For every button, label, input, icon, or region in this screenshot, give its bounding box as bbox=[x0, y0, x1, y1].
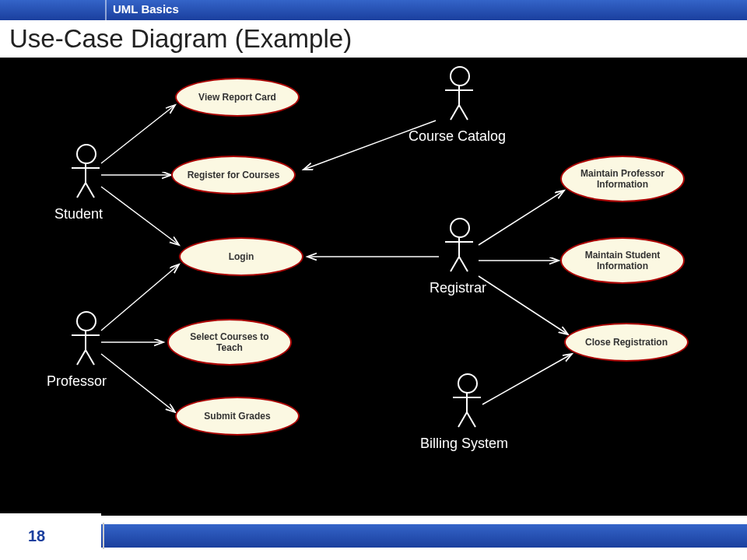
svg-line-11 bbox=[482, 354, 572, 404]
footer-topline bbox=[0, 513, 747, 516]
use-case-diagram: Student Professor Course Catalog Registr… bbox=[0, 62, 747, 513]
svg-line-0 bbox=[101, 105, 175, 163]
actor-registrar-label: Registrar bbox=[430, 280, 486, 296]
header-divider bbox=[105, 0, 107, 20]
svg-line-5 bbox=[101, 354, 175, 412]
actor-billing-system-label: Billing System bbox=[420, 436, 508, 452]
footer-divider bbox=[103, 523, 104, 549]
page-number: 18 bbox=[28, 527, 45, 545]
usecase-view-report-card: View Report Card bbox=[175, 78, 300, 117]
header-bar: UML Basics bbox=[0, 0, 747, 20]
actor-billing-system bbox=[451, 373, 482, 436]
page-title: Use-Case Diagram (Example) bbox=[9, 24, 352, 54]
usecase-close-registration: Close Registration bbox=[564, 323, 689, 362]
usecase-register-for-courses: Register for Courses bbox=[171, 156, 296, 194]
association-arrows bbox=[0, 62, 747, 513]
actor-student-label: Student bbox=[54, 206, 103, 222]
actor-professor bbox=[70, 311, 101, 373]
usecase-select-courses-to-teach: Select Courses to Teach bbox=[167, 319, 292, 366]
actor-professor-label: Professor bbox=[47, 373, 107, 390]
svg-line-10 bbox=[479, 276, 568, 334]
usecase-login: Login bbox=[179, 237, 303, 276]
footer: 18 bbox=[0, 513, 747, 560]
svg-line-8 bbox=[479, 191, 564, 245]
footer-blue-strip bbox=[0, 524, 747, 548]
footer-left-box bbox=[0, 513, 101, 558]
section-label: UML Basics bbox=[113, 2, 179, 16]
svg-line-2 bbox=[101, 187, 179, 245]
svg-line-3 bbox=[101, 264, 179, 331]
actor-student bbox=[70, 144, 101, 206]
title-area: Use-Case Diagram (Example) bbox=[0, 20, 747, 58]
actor-course-catalog bbox=[444, 66, 475, 128]
usecase-submit-grades: Submit Grades bbox=[175, 397, 300, 436]
actor-registrar bbox=[444, 218, 475, 280]
usecase-maintain-student-info: Maintain Student Information bbox=[560, 237, 685, 284]
actor-course-catalog-label: Course Catalog bbox=[409, 128, 506, 145]
usecase-maintain-professor-info: Maintain Professor Information bbox=[560, 156, 685, 202]
